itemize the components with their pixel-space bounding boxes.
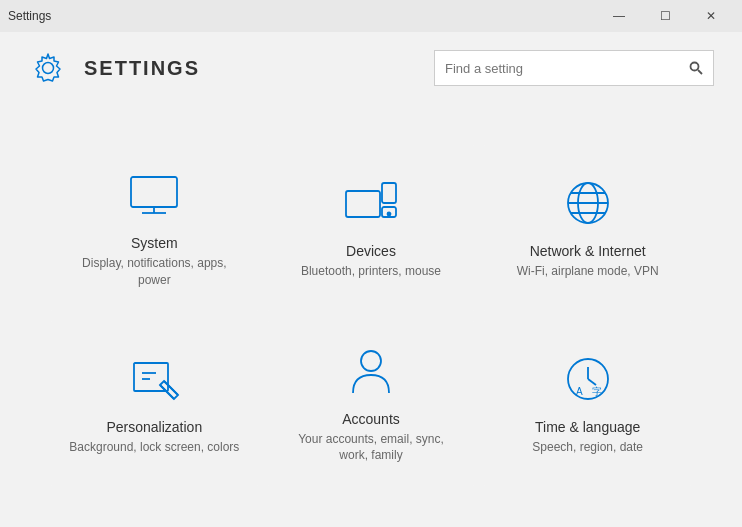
svg-rect-7 bbox=[382, 183, 396, 203]
svg-point-20 bbox=[361, 351, 381, 371]
tile-devices-subtitle: Bluetooth, printers, mouse bbox=[301, 263, 441, 280]
accounts-icon bbox=[341, 341, 401, 401]
tile-system[interactable]: System Display, notifications, apps, pow… bbox=[51, 145, 258, 311]
tile-time-title: Time & language bbox=[535, 419, 640, 435]
svg-point-0 bbox=[43, 63, 54, 74]
title-bar-label: Settings bbox=[8, 9, 51, 23]
network-icon bbox=[558, 173, 618, 233]
gear-icon bbox=[28, 48, 68, 88]
svg-line-23 bbox=[588, 379, 596, 385]
search-input[interactable] bbox=[445, 61, 689, 76]
settings-window: Settings — ☐ ✕ SETTINGS bbox=[0, 0, 742, 527]
svg-point-1 bbox=[691, 63, 699, 71]
tile-accounts[interactable]: Accounts Your accounts, email, sync, wor… bbox=[268, 321, 475, 487]
tile-personalization[interactable]: Personalization Background, lock screen,… bbox=[51, 321, 258, 487]
tile-network[interactable]: Network & Internet Wi-Fi, airplane mode,… bbox=[484, 145, 691, 311]
svg-point-9 bbox=[387, 213, 390, 216]
tile-time-subtitle: Speech, region, date bbox=[532, 439, 643, 456]
minimize-button[interactable]: — bbox=[596, 0, 642, 32]
tile-system-subtitle: Display, notifications, apps, power bbox=[67, 255, 242, 289]
settings-grid: System Display, notifications, apps, pow… bbox=[51, 145, 691, 486]
close-button[interactable]: ✕ bbox=[688, 0, 734, 32]
tile-network-subtitle: Wi-Fi, airplane mode, VPN bbox=[517, 263, 659, 280]
personalization-icon bbox=[124, 349, 184, 409]
title-bar-controls: — ☐ ✕ bbox=[596, 0, 734, 32]
svg-text:字: 字 bbox=[592, 386, 602, 397]
svg-rect-6 bbox=[346, 191, 380, 217]
tile-personalization-subtitle: Background, lock screen, colors bbox=[69, 439, 239, 456]
search-icon bbox=[689, 61, 703, 75]
tile-network-title: Network & Internet bbox=[530, 243, 646, 259]
tile-accounts-subtitle: Your accounts, email, sync, work, family bbox=[284, 431, 459, 465]
tile-devices-title: Devices bbox=[346, 243, 396, 259]
time-icon: 字 A bbox=[558, 349, 618, 409]
svg-line-2 bbox=[698, 70, 702, 74]
tile-devices[interactable]: Devices Bluetooth, printers, mouse bbox=[268, 145, 475, 311]
svg-rect-3 bbox=[131, 177, 177, 207]
search-icon-button[interactable] bbox=[689, 61, 703, 75]
settings-title: SETTINGS bbox=[84, 57, 200, 80]
svg-text:A: A bbox=[576, 386, 583, 397]
header-left: SETTINGS bbox=[28, 48, 200, 88]
title-bar: Settings — ☐ ✕ bbox=[0, 0, 742, 32]
maximize-button[interactable]: ☐ bbox=[642, 0, 688, 32]
tile-accounts-title: Accounts bbox=[342, 411, 400, 427]
devices-icon bbox=[341, 173, 401, 233]
tile-personalization-title: Personalization bbox=[106, 419, 202, 435]
header: SETTINGS bbox=[0, 32, 742, 104]
search-box[interactable] bbox=[434, 50, 714, 86]
settings-grid-container: System Display, notifications, apps, pow… bbox=[0, 104, 742, 527]
tile-time[interactable]: 字 A Time & language Speech, region, date bbox=[484, 321, 691, 487]
system-icon bbox=[124, 165, 184, 225]
tile-system-title: System bbox=[131, 235, 178, 251]
